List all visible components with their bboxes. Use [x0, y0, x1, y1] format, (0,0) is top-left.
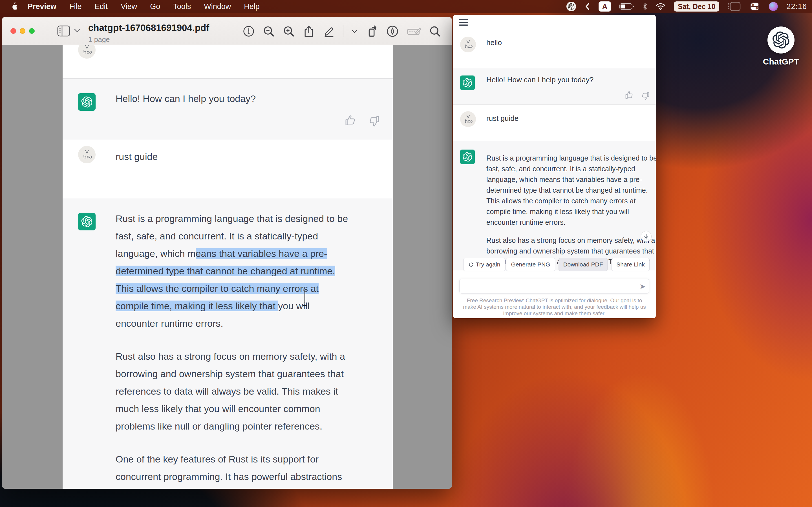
popup-footer-disclaimer: Free Research Preview: ChatGPT is optimi… [458, 297, 651, 317]
user-avatar [78, 45, 96, 59]
chevron-left-icon[interactable] [585, 3, 590, 10]
thumbs-down-icon[interactable] [642, 92, 650, 100]
screen-mirroring-icon[interactable] [728, 2, 741, 11]
popup-row-user-hello: hello [453, 31, 656, 68]
preview-content-area: Hello! How can I help you today? rust gu… [2, 45, 452, 489]
scroll-to-bottom-button[interactable] [641, 231, 652, 242]
pdf-line: for working with threads, and these abst… [116, 485, 345, 489]
share-icon[interactable] [303, 25, 315, 38]
chatgpt-popup-window: hello Hello! How can I help you today? r… [453, 15, 656, 318]
download-pdf-button[interactable]: Download PDF [559, 258, 608, 271]
assistant-greeting-text: Hello! How can I help you today? [116, 93, 256, 104]
chatgpt-avatar-icon [78, 93, 96, 111]
pdf-row-assistant-answer: Rust is a programming language that is d… [63, 198, 393, 489]
generate-png-button[interactable]: Generate PNG [506, 258, 555, 271]
pdf-line: fast, safe, and concurrent. It is a stat… [116, 227, 348, 245]
siri-icon[interactable] [769, 2, 778, 11]
sidebar-chevron-down-icon[interactable] [74, 29, 80, 33]
form-fill-icon[interactable] [407, 25, 421, 38]
text-selection: This allows the compiler to catch many e… [116, 283, 319, 294]
keyboard-input-indicator[interactable]: A [599, 1, 611, 11]
pdf-line: references to data will always be valid.… [116, 383, 345, 400]
chatgpt-avatar-icon [460, 150, 475, 164]
info-icon[interactable] [243, 25, 255, 38]
text-selection: eans that variables have a pre- [196, 248, 327, 259]
close-button[interactable] [10, 28, 16, 34]
sidebar-toggle-icon[interactable] [57, 25, 70, 37]
annotate-pen-icon[interactable] [386, 25, 399, 38]
chat-message-input[interactable] [459, 279, 649, 293]
chatgpt-logo-icon [767, 26, 795, 54]
search-icon[interactable] [429, 25, 441, 38]
pdf-line: problems like null or dangling pointer r… [116, 417, 345, 435]
thumbs-up-icon[interactable] [625, 91, 633, 99]
pdf-line: borrowing and ownership system that guar… [116, 365, 345, 383]
popup-paragraph-1: Rust is a programming language that is d… [486, 153, 656, 228]
zoom-button[interactable] [29, 28, 35, 34]
menu-item-view[interactable]: View [121, 2, 137, 11]
desktop-icon-label: ChatGPT [761, 57, 801, 66]
control-center-icon[interactable] [749, 2, 760, 11]
menubar-clock[interactable]: 22:16 [786, 2, 807, 11]
chatgpt-avatar-icon [460, 75, 475, 90]
menu-item-go[interactable]: Go [150, 2, 160, 11]
pdf-line: This allows the compiler to catch many e… [116, 280, 348, 297]
pdf-line: compile time, making it less likely that… [116, 297, 348, 315]
markup-pen-icon[interactable] [322, 25, 336, 38]
pdf-line: One of the key features of Rust is its s… [116, 450, 345, 468]
apple-menu-icon[interactable] [9, 2, 18, 11]
bluetooth-icon[interactable] [643, 3, 647, 10]
zoom-out-icon[interactable] [262, 25, 275, 38]
menu-item-preview[interactable]: Preview [28, 2, 56, 11]
hamburger-menu-icon[interactable] [459, 19, 468, 27]
wifi-icon[interactable] [656, 3, 665, 10]
popup-user-message: hello [486, 38, 502, 47]
minimize-button[interactable] [20, 28, 26, 34]
battery-icon[interactable] [619, 3, 634, 10]
pdf-line: encounter runtime errors. [116, 315, 348, 332]
document-title-block: chatgpt-1670681691904.pdf 1 page [88, 22, 209, 44]
pdf-line: concurrent programming. It has powerful … [116, 468, 345, 485]
menu-item-help[interactable]: Help [244, 2, 260, 11]
menu-item-tools[interactable]: Tools [173, 2, 191, 11]
pdf-line: language, which means that variables hav… [116, 245, 348, 262]
pdf-paragraph-2: Rust also has a strong focus on memory s… [116, 348, 345, 435]
menu-bar-status-area: A Sat, Dec 10 [566, 1, 807, 11]
thumbs-up-icon [345, 115, 356, 126]
preview-titlebar[interactable]: chatgpt-1670681691904.pdf 1 page [2, 17, 452, 45]
document-page-count: 1 page [88, 36, 209, 44]
popup-assistant-greeting: Hello! How can I help you today? [486, 75, 594, 84]
popup-row-user-prompt: rust guide [453, 105, 656, 141]
menubar-date[interactable]: Sat, Dec 10 [674, 1, 719, 11]
menu-item-file[interactable]: File [69, 2, 82, 11]
user-avatar [78, 146, 96, 163]
chatgpt-menubar-icon[interactable] [566, 2, 576, 11]
pdf-paragraph-3: One of the key features of Rust is its s… [116, 450, 345, 489]
try-again-button[interactable]: Try again [463, 258, 506, 271]
pdf-row-user-prompt: rust guide [63, 140, 393, 198]
rotate-icon[interactable] [365, 25, 378, 38]
preview-toolbar [243, 24, 441, 38]
user-avatar [460, 111, 476, 127]
pdf-page[interactable]: Hello! How can I help you today? rust gu… [63, 45, 393, 489]
text-cursor-ibeam [302, 289, 308, 305]
pdf-row-user-hello [63, 45, 393, 78]
markup-chevron-down-icon[interactable] [351, 29, 358, 34]
menu-items: Preview File Edit View Go Tools Window H… [28, 2, 260, 11]
zoom-in-icon[interactable] [283, 25, 295, 38]
pdf-line: determined type that cannot be changed a… [116, 262, 348, 280]
share-link-button[interactable]: Share Link [612, 258, 650, 271]
preview-window: chatgpt-1670681691904.pdf 1 page [2, 17, 452, 489]
popup-action-buttons: Try again Generate PNG Download PDF Shar… [453, 258, 656, 271]
pdf-row-assistant-greeting: Hello! How can I help you today? [63, 78, 393, 140]
send-message-icon[interactable]: ➤ [640, 282, 646, 291]
pdf-line: Rust also has a strong focus on memory s… [116, 348, 345, 365]
popup-input-panel: ➤ Free Research Preview: ChatGPT is opti… [453, 270, 656, 318]
user-prompt-text: rust guide [116, 151, 158, 162]
window-controls [10, 28, 35, 34]
menu-item-edit[interactable]: Edit [95, 2, 108, 11]
chatgpt-desktop-icon[interactable]: ChatGPT [761, 26, 801, 66]
menu-item-window[interactable]: Window [204, 2, 231, 11]
text-selection: determined type that cannot be changed a… [116, 266, 335, 276]
thumbs-down-icon [369, 116, 380, 127]
